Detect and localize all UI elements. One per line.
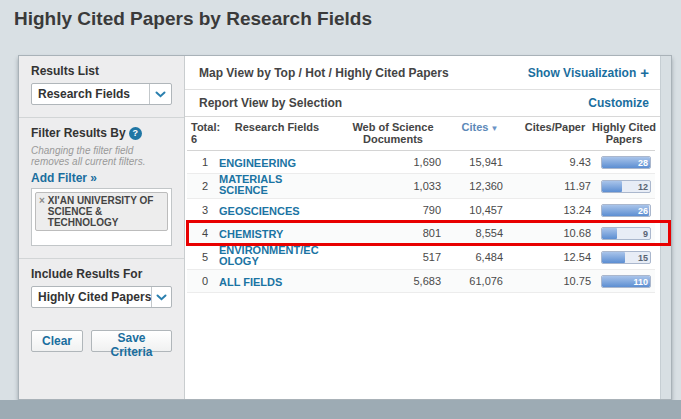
help-icon[interactable]: ? — [129, 127, 142, 140]
highly-cited-bar-fill — [602, 228, 617, 239]
total-count: 6 — [191, 133, 197, 145]
cites-value: 15,941 — [449, 156, 511, 168]
results-list-dropdown[interactable]: Research Fields — [31, 83, 172, 105]
cites-value: 8,554 — [449, 227, 511, 239]
cites-per-paper-value: 10.75 — [511, 275, 599, 287]
documents-value: 790 — [337, 204, 449, 216]
highly-cited-bar: 12 — [601, 180, 651, 193]
highly-cited-bar: 9 — [601, 227, 651, 240]
show-visualization-label: Show Visualization — [528, 66, 636, 80]
report-panel: Results List Research Fields Filter Resu… — [18, 55, 672, 400]
highly-cited-count: 110 — [633, 277, 648, 287]
table-row: 4CHEMISTRY8018,55410.689 — [187, 222, 655, 245]
results-list-label: Results List — [31, 64, 172, 78]
total-header: Total: 6 — [187, 121, 217, 145]
cites-per-paper-value: 11.97 — [511, 180, 599, 192]
highly-cited-bar-fill — [602, 252, 625, 263]
table-row: 3GEOSCIENCES79010,45713.2426 — [187, 199, 655, 222]
cites-value: 6,484 — [449, 251, 511, 263]
include-results-selected: Highly Cited Papers — [32, 290, 151, 304]
include-results-for-label: Include Results For — [31, 267, 172, 281]
sort-descending-icon: ▼ — [490, 124, 498, 133]
customize-link[interactable]: Customize — [588, 96, 649, 110]
clear-button[interactable]: Clear — [31, 330, 83, 352]
column-header-cites[interactable]: Cites▼ — [449, 121, 511, 135]
table-row: 0ALL FIELDS5,68361,07610.75110 — [187, 270, 655, 293]
report-view-bar: Report View by Selection Customize — [185, 90, 671, 117]
highly-cited-bar-fill — [602, 181, 622, 192]
research-field-link[interactable]: ENVIRONMENT/ECOLOGY — [219, 245, 323, 267]
highly-cited-bar: 28 — [601, 156, 651, 169]
highly-cited-count: 12 — [638, 182, 648, 192]
filter-section: Filter Results By? Changing the filter f… — [19, 118, 184, 258]
documents-value: 1,690 — [337, 156, 449, 168]
documents-value: 1,033 — [337, 180, 449, 192]
include-results-dropdown[interactable]: Highly Cited Papers — [31, 286, 172, 308]
cites-per-paper-value: 13.24 — [511, 204, 599, 216]
row-rank: 2 — [187, 180, 217, 192]
research-field-link[interactable]: MATERIALS SCIENCE — [219, 174, 323, 196]
column-header-highly-cited[interactable]: Highly Cited Papers — [599, 121, 655, 145]
highly-cited-bar: 26 — [601, 204, 651, 217]
chevron-down-icon — [149, 84, 171, 104]
plus-icon: + — [640, 64, 649, 81]
table-row: 2MATERIALS SCIENCE1,03312,36011.9712 — [187, 174, 655, 199]
page-title: Highly Cited Papers by Research Fields — [14, 8, 372, 30]
save-criteria-button[interactable]: Save Criteria — [91, 330, 172, 352]
map-view-bar: Map View by Top / Hot / Highly Cited Pap… — [185, 56, 671, 90]
total-label: Total: — [191, 121, 220, 133]
row-rank: 4 — [187, 227, 217, 239]
highly-cited-count: 28 — [638, 158, 648, 168]
research-field-link[interactable]: ALL FIELDS — [219, 277, 282, 288]
sidebar-buttons: Clear Save Criteria — [19, 320, 184, 352]
results-list-section: Results List Research Fields — [19, 56, 184, 117]
add-filter-link[interactable]: Add Filter » — [31, 171, 172, 185]
cites-value: 10,457 — [449, 204, 511, 216]
column-header-cites-per-paper[interactable]: Cites/Paper — [511, 121, 599, 133]
table-header: Total: 6 Research Fields Web of Science … — [187, 117, 655, 151]
highly-cited-bar: 15 — [601, 251, 651, 264]
filter-tag-label: XI'AN UNIVERSITY OF SCIENCE & TECHNOLOGY — [48, 195, 164, 228]
research-field-link[interactable]: ENGINEERING — [219, 158, 296, 169]
research-field-link[interactable]: CHEMISTRY — [219, 229, 283, 240]
cites-per-paper-value: 12.54 — [511, 251, 599, 263]
include-section: Include Results For Highly Cited Papers — [19, 259, 184, 320]
scrollbar-track[interactable] — [660, 56, 671, 399]
cites-value: 61,076 — [449, 275, 511, 287]
row-rank: 5 — [187, 251, 217, 263]
table-body: 1ENGINEERING1,69015,9419.43282MATERIALS … — [187, 151, 655, 293]
remove-icon[interactable]: × — [39, 195, 45, 228]
documents-value: 5,683 — [337, 275, 449, 287]
map-view-title: Map View by Top / Hot / Highly Cited Pap… — [199, 66, 449, 80]
results-table: Total: 6 Research Fields Web of Science … — [185, 117, 655, 293]
report-view-title: Report View by Selection — [199, 96, 342, 110]
research-field-link[interactable]: GEOSCIENCES — [219, 206, 300, 217]
main-area: Map View by Top / Hot / Highly Cited Pap… — [185, 56, 671, 399]
highly-cited-count: 15 — [638, 253, 648, 263]
cites-header-label: Cites — [462, 121, 489, 133]
filter-results-by-label: Filter Results By? — [31, 126, 172, 140]
cites-value: 12,360 — [449, 180, 511, 192]
table-row: 1ENGINEERING1,69015,9419.4328 — [187, 151, 655, 174]
column-header-research-fields[interactable]: Research Fields — [217, 121, 337, 133]
show-visualization-link[interactable]: Show Visualization+ — [528, 64, 649, 81]
sidebar: Results List Research Fields Filter Resu… — [19, 56, 185, 399]
highly-cited-header-label: Highly Cited Papers — [589, 121, 659, 145]
chevron-down-icon — [151, 287, 171, 307]
filter-tag[interactable]: × XI'AN UNIVERSITY OF SCIENCE & TECHNOLO… — [35, 192, 168, 231]
page-background-strip — [0, 400, 681, 419]
column-header-documents[interactable]: Web of Science Documents — [337, 121, 449, 145]
row-rank: 3 — [187, 204, 217, 216]
row-rank: 0 — [187, 275, 217, 287]
highly-cited-bar: 110 — [601, 275, 651, 288]
cites-per-paper-value: 9.43 — [511, 156, 599, 168]
highly-cited-count: 26 — [638, 206, 648, 216]
row-rank: 1 — [187, 156, 217, 168]
highly-cited-count: 9 — [643, 229, 648, 239]
documents-value: 801 — [337, 227, 449, 239]
cites-per-paper-value: 10.68 — [511, 227, 599, 239]
filter-note: Changing the filter field removes all cu… — [31, 145, 172, 167]
filter-results-by-text: Filter Results By — [31, 126, 126, 140]
results-list-selected: Research Fields — [32, 87, 149, 101]
documents-value: 517 — [337, 251, 449, 263]
